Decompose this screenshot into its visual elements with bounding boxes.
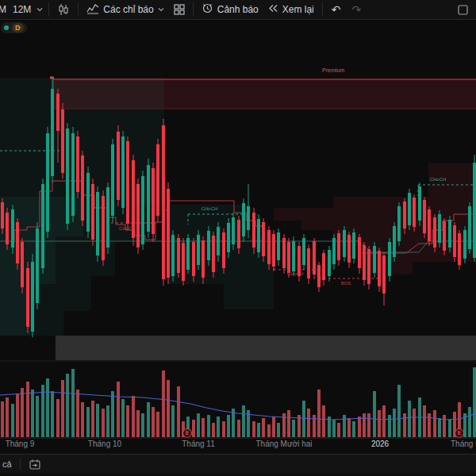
volume-bar: [363, 413, 366, 437]
volume-bar: [352, 421, 355, 437]
candle-body: [382, 255, 386, 294]
candle-body: [242, 203, 245, 236]
indicators-icon: [86, 3, 99, 17]
volume-bar: [207, 415, 210, 437]
volume-bar: [347, 418, 351, 437]
candle-body: [328, 250, 331, 276]
interval-badge[interactable]: D: [12, 23, 24, 33]
volume-bar: [147, 402, 150, 437]
indicator-templates-button[interactable]: [169, 0, 190, 19]
timeframe-12m-button[interactable]: 12M: [10, 4, 34, 15]
candle-body: [111, 144, 114, 216]
indicators-button[interactable]: Các chỉ báo: [82, 0, 168, 19]
candle-body: [252, 213, 255, 248]
volume-bar: [167, 380, 170, 437]
smc-label: CHoCH: [430, 177, 447, 182]
volume-bar: [272, 416, 275, 437]
volume-bar: [31, 390, 34, 437]
time-axis[interactable]: Tháng 9Tháng 10Tháng 11Tháng Mười hai202…: [6, 440, 476, 448]
candle-body: [443, 221, 446, 251]
volume-bar: [287, 410, 290, 437]
candle-body: [162, 125, 165, 279]
volume-bar: [202, 418, 205, 437]
candle-body: [307, 248, 310, 278]
candle-body: [126, 141, 129, 224]
go-to-date-button[interactable]: [24, 459, 46, 470]
volume-bar: [56, 399, 60, 437]
volume-bar: [388, 415, 391, 437]
fullscreen-button[interactable]: [453, 0, 473, 19]
candle-body: [212, 236, 215, 272]
candle-body: [262, 222, 265, 256]
undo-button[interactable]: ↶: [326, 3, 347, 16]
volume-bar: [237, 420, 240, 437]
volume-bar: [46, 378, 49, 437]
candle-body: [313, 241, 316, 274]
volume-bar: [26, 382, 29, 437]
candle-body: [373, 246, 376, 273]
candle-body: [247, 206, 250, 230]
chevron-down-icon[interactable]: [34, 6, 45, 13]
volume-bar: [307, 409, 310, 437]
volume-bar: [337, 423, 340, 437]
legend-pill[interactable]: D: [1, 22, 27, 33]
volume-bar: [21, 388, 24, 437]
toolbar-separator: [78, 2, 79, 17]
replay-button[interactable]: Xem lại: [263, 0, 319, 19]
volume-bar: [403, 413, 406, 437]
candle-body: [11, 209, 14, 248]
candle-body: [287, 242, 290, 273]
volume-bar: [71, 369, 75, 437]
earnings-badge-letter: E: [458, 430, 462, 436]
volume-bar: [16, 393, 19, 437]
premium-zone: [53, 79, 476, 109]
candle-body: [1, 202, 4, 228]
volume-bar: [132, 396, 135, 437]
volume-bar: [332, 420, 336, 437]
candle-body: [367, 249, 370, 284]
candle-body: [282, 238, 286, 268]
price-chart[interactable]: PremiumCHoCHCHoCHCHoCHBOSCHoCHEETháng 9T…: [0, 19, 476, 454]
volume-bar: [343, 415, 346, 437]
chart-style-candles-button[interactable]: [52, 0, 75, 19]
volume-bar: [121, 399, 125, 437]
timeframe-month-button[interactable]: M: [0, 4, 10, 15]
volume-bar: [141, 413, 144, 437]
candle-body: [428, 209, 431, 241]
volume-bar: [262, 418, 265, 437]
redo-button[interactable]: ↷: [347, 3, 367, 16]
date-range-all-button[interactable]: cả: [0, 459, 17, 469]
candle-body: [6, 213, 9, 244]
candle-body: [397, 206, 401, 241]
bottom-toolbar: cả: [0, 454, 476, 474]
candle-body: [272, 234, 275, 267]
candle-body: [343, 230, 346, 257]
candle-body: [91, 184, 94, 240]
candle-body: [413, 198, 416, 227]
candle-body: [117, 132, 120, 200]
candle-body: [418, 186, 421, 221]
candle-body: [227, 223, 230, 252]
candle-body: [458, 233, 461, 265]
candle-body: [26, 268, 29, 327]
candle-body: [277, 232, 280, 260]
volume-bar: [358, 416, 361, 437]
candle-body: [121, 136, 125, 208]
candle-body: [41, 184, 44, 268]
volume-bar: [102, 409, 105, 437]
top-toolbar: M 12M Các chỉ báo: [0, 0, 476, 20]
smc-label: CHoCH: [202, 206, 218, 211]
equilibrium-zone-fill: [56, 336, 476, 360]
candle-body: [292, 241, 295, 271]
indicators-label: Các chỉ báo: [103, 4, 153, 15]
candle-body: [141, 176, 144, 244]
candle-body: [171, 235, 175, 276]
earnings-badge-letter: E: [186, 430, 190, 436]
alerts-button[interactable]: Cảnh báo: [197, 0, 263, 19]
candle-body: [51, 89, 54, 176]
volume-bar: [117, 382, 120, 437]
candle-body: [352, 232, 355, 259]
volume-bar: [423, 405, 426, 437]
volume-bar: [222, 421, 225, 437]
time-axis-label: Tháng 9: [6, 440, 35, 448]
